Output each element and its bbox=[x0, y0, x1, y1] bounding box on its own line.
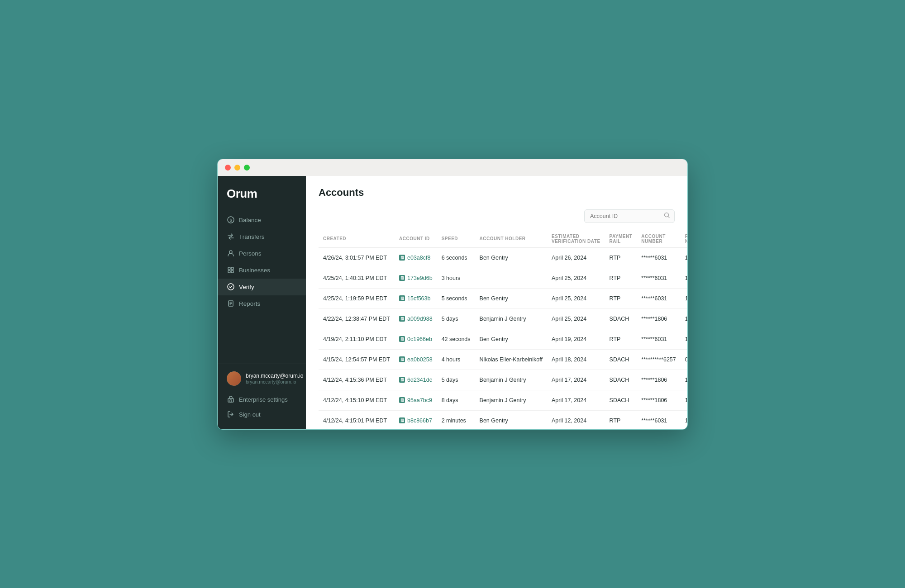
doc-icon bbox=[399, 316, 405, 322]
cell-routing-number: 102000076 bbox=[681, 268, 687, 288]
cell-account-id[interactable]: 15cf563b bbox=[395, 288, 437, 308]
table-row[interactable]: 4/26/24, 3:01:57 PM EDT e03a8cf8 6 secon… bbox=[319, 247, 687, 268]
doc-icon bbox=[399, 417, 405, 423]
cell-routing-number: 102000076 bbox=[681, 288, 687, 308]
traffic-light-green[interactable] bbox=[244, 165, 250, 171]
cell-payment-rail: RTP bbox=[605, 329, 637, 349]
cell-account-id[interactable]: e03a8cf8 bbox=[395, 247, 437, 268]
sidebar-item-label: Transfers bbox=[239, 233, 265, 240]
cell-account-id[interactable]: b8c866b7 bbox=[395, 410, 437, 429]
cell-account-id[interactable]: 6d2341dc bbox=[395, 370, 437, 390]
cell-routing-number: 124003116 bbox=[681, 390, 687, 410]
browser-window: Orum $ Balance bbox=[217, 159, 688, 430]
table-row[interactable]: 4/25/24, 1:40:31 PM EDT 173e9d6b 3 hours… bbox=[319, 268, 687, 288]
cell-payment-rail: SDACH bbox=[605, 390, 637, 410]
cell-account-id[interactable]: 173e9d6b bbox=[395, 268, 437, 288]
accounts-table: CREATED ACCOUNT ID SPEED ACCOUNT HOLDER … bbox=[319, 230, 687, 429]
cell-est-verification-date: April 12, 2024 bbox=[547, 410, 605, 429]
cell-payment-rail: RTP bbox=[605, 268, 637, 288]
cell-est-verification-date: April 17, 2024 bbox=[547, 390, 605, 410]
cell-routing-number: 102000076 bbox=[681, 410, 687, 429]
cell-account-number: ******1806 bbox=[637, 370, 680, 390]
building-icon bbox=[227, 396, 234, 403]
cell-account-holder: Benjamin J Gentry bbox=[475, 308, 547, 329]
cell-account-number: ******1806 bbox=[637, 390, 680, 410]
cell-account-holder bbox=[475, 268, 547, 288]
cell-speed: 3 hours bbox=[437, 268, 475, 288]
sidebar-item-persons[interactable]: Persons bbox=[218, 245, 306, 262]
sidebar-item-businesses[interactable]: Businesses bbox=[218, 262, 306, 279]
cell-account-id[interactable]: a009d988 bbox=[395, 308, 437, 329]
user-profile: bryan.mccarty@orum.io bryan.mccarty@orum… bbox=[227, 371, 297, 386]
doc-icon bbox=[399, 255, 405, 261]
cell-account-number: ******6031 bbox=[637, 247, 680, 268]
table-row[interactable]: 4/15/24, 12:54:57 PM EDT ea0b0258 4 hour… bbox=[319, 349, 687, 370]
toolbar bbox=[306, 206, 687, 230]
sidebar: Orum $ Balance bbox=[218, 176, 306, 429]
cell-account-holder: Nikolas Eller-Karbelnikoff bbox=[475, 349, 547, 370]
search-input[interactable] bbox=[584, 209, 675, 223]
cell-payment-rail: RTP bbox=[605, 410, 637, 429]
sign-out-item[interactable]: Sign out bbox=[227, 407, 297, 422]
cell-routing-number: 124003116 bbox=[681, 370, 687, 390]
svg-rect-3 bbox=[228, 267, 230, 270]
grid-icon bbox=[227, 266, 234, 274]
enterprise-settings-item[interactable]: Enterprise settings bbox=[227, 392, 297, 407]
traffic-light-yellow[interactable] bbox=[234, 165, 240, 171]
svg-rect-6 bbox=[231, 270, 233, 273]
sidebar-item-transfers[interactable]: Transfers bbox=[218, 228, 306, 245]
col-account-holder: ACCOUNT HOLDER bbox=[475, 230, 547, 248]
col-created: CREATED bbox=[319, 230, 395, 248]
logout-icon bbox=[227, 411, 234, 418]
sidebar-item-verify[interactable]: Verify bbox=[218, 279, 306, 295]
cell-created: 4/26/24, 3:01:57 PM EDT bbox=[319, 247, 395, 268]
table-container: CREATED ACCOUNT ID SPEED ACCOUNT HOLDER … bbox=[306, 230, 687, 429]
sidebar-logo: Orum bbox=[218, 176, 306, 210]
cell-account-number: ******1806 bbox=[637, 308, 680, 329]
sidebar-item-label: Balance bbox=[239, 217, 261, 223]
book-icon bbox=[227, 300, 234, 308]
cell-est-verification-date: April 25, 2024 bbox=[547, 268, 605, 288]
table-row[interactable]: 4/19/24, 2:11:10 PM EDT 0c1966eb 42 seco… bbox=[319, 329, 687, 349]
search-box bbox=[584, 209, 675, 223]
doc-icon bbox=[399, 377, 405, 383]
table-row[interactable]: 4/22/24, 12:38:47 PM EDT a009d988 5 days… bbox=[319, 308, 687, 329]
doc-icon bbox=[399, 295, 405, 301]
sidebar-item-balance[interactable]: $ Balance bbox=[218, 212, 306, 228]
table-row[interactable]: 4/12/24, 4:15:36 PM EDT 6d2341dc 5 days … bbox=[319, 370, 687, 390]
sign-out-label: Sign out bbox=[239, 411, 261, 418]
table-row[interactable]: 4/12/24, 4:15:10 PM EDT 95aa7bc9 8 days … bbox=[319, 390, 687, 410]
page-title: Accounts bbox=[319, 187, 675, 199]
check-circle-icon bbox=[227, 283, 234, 291]
user-email: bryan.mccarty@orum.io bbox=[246, 379, 304, 384]
cell-speed: 2 minutes bbox=[437, 410, 475, 429]
cell-created: 4/12/24, 4:15:01 PM EDT bbox=[319, 410, 395, 429]
doc-icon bbox=[399, 356, 405, 362]
table-row[interactable]: 4/25/24, 1:19:59 PM EDT 15cf563b 5 secon… bbox=[319, 288, 687, 308]
app-layout: Orum $ Balance bbox=[218, 176, 687, 429]
svg-point-2 bbox=[229, 251, 232, 253]
table-row[interactable]: 4/12/24, 4:15:01 PM EDT b8c866b7 2 minut… bbox=[319, 410, 687, 429]
cell-routing-number: 096017418 bbox=[681, 349, 687, 370]
cell-account-holder: Benjamin J Gentry bbox=[475, 390, 547, 410]
cell-created: 4/25/24, 1:40:31 PM EDT bbox=[319, 268, 395, 288]
col-est-verification-date: ESTIMATEDVERIFICATION DATE bbox=[547, 230, 605, 248]
svg-rect-5 bbox=[228, 270, 230, 273]
cell-account-id[interactable]: 0c1966eb bbox=[395, 329, 437, 349]
page-header: Accounts bbox=[306, 176, 687, 206]
cell-account-holder: Ben Gentry bbox=[475, 288, 547, 308]
person-icon bbox=[227, 250, 234, 257]
transfer-icon bbox=[227, 233, 234, 241]
cell-account-id[interactable]: 95aa7bc9 bbox=[395, 390, 437, 410]
sidebar-item-reports[interactable]: Reports bbox=[218, 295, 306, 312]
search-icon bbox=[664, 212, 670, 220]
cell-speed: 8 days bbox=[437, 390, 475, 410]
cell-account-id[interactable]: ea0b0258 bbox=[395, 349, 437, 370]
cell-est-verification-date: April 18, 2024 bbox=[547, 349, 605, 370]
cell-created: 4/15/24, 12:54:57 PM EDT bbox=[319, 349, 395, 370]
traffic-light-red[interactable] bbox=[225, 165, 231, 171]
browser-titlebar bbox=[218, 159, 687, 176]
cell-created: 4/12/24, 4:15:10 PM EDT bbox=[319, 390, 395, 410]
svg-text:$: $ bbox=[229, 218, 232, 223]
cell-payment-rail: SDACH bbox=[605, 370, 637, 390]
